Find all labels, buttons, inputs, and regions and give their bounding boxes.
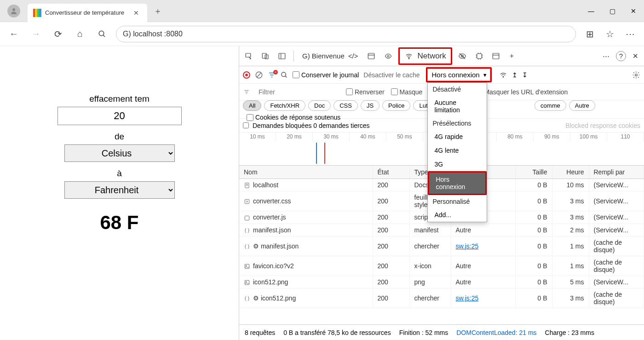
- throttle-add[interactable]: Add...: [428, 208, 487, 222]
- tab-more-button[interactable]: ＋: [506, 49, 518, 63]
- inspect-icon[interactable]: [242, 49, 256, 63]
- browser-tab[interactable]: Convertisseur de température ✕: [28, 4, 147, 22]
- tab-eye-icon[interactable]: [381, 50, 396, 63]
- search-icon[interactable]: [281, 71, 288, 79]
- profile-icon[interactable]: [7, 5, 20, 17]
- initiator-link[interactable]: sw.js:25: [456, 294, 479, 302]
- throttle-nolimit[interactable]: Aucune limitation: [428, 96, 487, 117]
- svg-point-45: [246, 282, 247, 282]
- home-button[interactable]: ⌂: [72, 26, 88, 42]
- timeline-tick: 90 ms: [534, 133, 570, 142]
- devtools-help-icon[interactable]: ?: [616, 51, 626, 61]
- svg-rect-42: [245, 264, 249, 268]
- svg-line-26: [257, 73, 261, 77]
- temp-input-label: effacement tem: [41, 94, 198, 104]
- close-button[interactable]: ✕: [623, 0, 644, 22]
- minimize-button[interactable]: —: [581, 0, 602, 22]
- svg-line-31: [285, 76, 287, 77]
- tab-memory-icon[interactable]: [472, 49, 486, 63]
- timeline-tick: 10 ms: [239, 133, 276, 142]
- record-button[interactable]: [243, 71, 250, 79]
- svg-point-33: [635, 74, 638, 76]
- url-input[interactable]: G) localhost :8080: [116, 26, 576, 42]
- file-icon: [244, 198, 250, 205]
- timeline-tick: 100 ms: [570, 133, 607, 142]
- clear-button[interactable]: [255, 71, 263, 79]
- throttle-4g-fast[interactable]: 4G rapide: [428, 130, 487, 144]
- throttle-offline[interactable]: Hors connexion: [428, 171, 487, 195]
- svg-rect-23: [493, 53, 499, 59]
- export-har-icon[interactable]: ↧: [522, 71, 528, 79]
- reverse-checkbox[interactable]: Renverser: [346, 88, 385, 96]
- reload-button[interactable]: ⟳: [50, 26, 66, 42]
- favorite-button[interactable]: ☆: [602, 26, 618, 42]
- tab-close-button[interactable]: ✕: [131, 9, 142, 17]
- result-value: 68 F: [41, 212, 198, 234]
- type-font[interactable]: Police: [382, 100, 410, 111]
- url-text: G) localhost :8080: [123, 30, 183, 38]
- col-status[interactable]: État: [373, 166, 409, 179]
- new-tab-button[interactable]: ＋: [147, 6, 168, 17]
- type-doc[interactable]: Doc: [308, 100, 331, 111]
- preserve-log-checkbox[interactable]: Conserver le journal: [293, 71, 359, 79]
- throttle-disabled: Désactivé: [428, 83, 487, 96]
- throttle-3g[interactable]: 3G: [428, 157, 487, 171]
- blocked-label: Demandes bloquées 0 demandes tierces: [253, 122, 370, 129]
- device-toggle-icon[interactable]: [259, 49, 272, 63]
- address-bar: ← → ⟳ ⌂ G) localhost :8080 ⊞ ☆ ⋯: [0, 22, 644, 46]
- table-row[interactable]: ⚙ manifest.json 200 chercher sw.js:25 0 …: [239, 236, 644, 256]
- hide-ext-label: Masquer les URL d'extension: [484, 88, 568, 96]
- hide-ext-checkbox[interactable]: Masque: [391, 88, 423, 96]
- maximize-button[interactable]: ▢: [602, 0, 623, 22]
- network-conditions-icon[interactable]: [499, 71, 507, 79]
- filter-input[interactable]: [257, 86, 339, 98]
- type-other[interactable]: Autre: [569, 100, 595, 111]
- throttle-4g-slow[interactable]: 4G lente: [428, 144, 487, 157]
- type-fetch[interactable]: Fetch/XHR: [264, 100, 305, 111]
- tab-title: Convertisseur de température: [45, 9, 131, 16]
- file-icon: [244, 263, 250, 270]
- svg-rect-41: [245, 216, 249, 220]
- from-select[interactable]: Celsius: [64, 144, 175, 162]
- col-name[interactable]: Nom: [239, 166, 373, 179]
- col-size[interactable]: Taille: [515, 166, 552, 179]
- initiator-link[interactable]: sw.js:25: [456, 242, 479, 250]
- col-time[interactable]: Heure: [552, 166, 589, 179]
- table-row[interactable]: manifest.json 200 manifest Autre 0 B 2 m…: [239, 224, 644, 236]
- blocked-checkbox[interactable]: [243, 122, 249, 128]
- timeline-tick: 80 ms: [497, 133, 534, 142]
- search-button[interactable]: [94, 26, 110, 42]
- devtools-close-icon[interactable]: ✕: [630, 49, 641, 63]
- tab-app-icon[interactable]: [364, 49, 378, 63]
- col-fulfilled[interactable]: Rempli par: [589, 166, 644, 179]
- table-row[interactable]: ⚙ icon512.png 200 chercher sw.js:25 0 B …: [239, 288, 644, 308]
- svg-point-1: [99, 31, 104, 36]
- from-label: de: [41, 132, 198, 142]
- type-all[interactable]: All: [243, 100, 261, 111]
- back-button[interactable]: ←: [6, 26, 22, 42]
- to-label: à: [41, 168, 198, 179]
- extensions-button[interactable]: ⊞: [581, 26, 598, 42]
- sidebar-toggle-icon[interactable]: [275, 49, 289, 63]
- filter-toggle-icon[interactable]: ×: [268, 71, 276, 79]
- temp-input[interactable]: [58, 107, 182, 125]
- table-row[interactable]: icon512.png 200 png Autre 0 B 5 ms (Serv…: [239, 276, 644, 288]
- devtools-tabstrip: G) Bienvenue </> Network ＋ ⋯ ? ✕: [239, 46, 644, 66]
- svg-line-2: [103, 35, 105, 37]
- browser-menu-button[interactable]: ⋯: [622, 26, 638, 42]
- network-settings-icon[interactable]: [632, 71, 640, 79]
- throttling-select[interactable]: Hors connexion Désactivé Aucune limitati…: [426, 67, 491, 82]
- tab-performance-icon[interactable]: [455, 49, 470, 63]
- table-row[interactable]: favicon.ico?v2 200 x-icon Autre 0 B 1 ms…: [239, 256, 644, 276]
- devtools-more-icon[interactable]: ⋯: [600, 49, 612, 63]
- tab-welcome[interactable]: G) Bienvenue </>: [299, 49, 362, 63]
- forward-button[interactable]: →: [28, 26, 44, 42]
- type-wasm[interactable]: comme: [535, 100, 566, 111]
- type-css[interactable]: CSS: [334, 100, 358, 111]
- tab-application-icon[interactable]: [489, 49, 503, 63]
- to-select[interactable]: Fahrenheit: [64, 181, 175, 199]
- import-har-icon[interactable]: ↥: [512, 71, 518, 79]
- type-js[interactable]: JS: [361, 100, 380, 111]
- svg-point-43: [246, 265, 247, 266]
- tab-network[interactable]: Network: [398, 47, 452, 65]
